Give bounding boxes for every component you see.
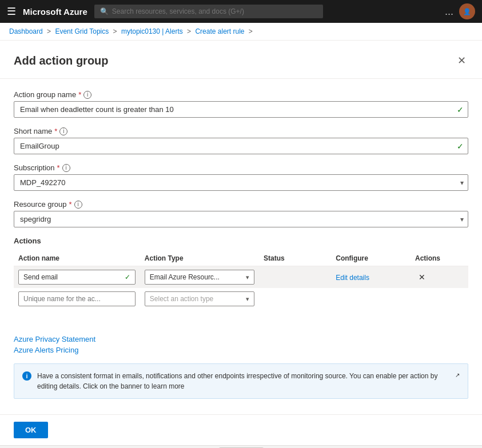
row1-action-name-dropdown[interactable]: Send email ✓ [18, 270, 136, 285]
breadcrumb-mytopic[interactable]: mytopic0130 | Alerts [121, 27, 183, 35]
resource-group-select[interactable]: spegridrg [14, 211, 468, 227]
short-name-required: * [54, 127, 57, 135]
subscription-info-icon[interactable]: i [62, 164, 70, 172]
search-icon: 🔍 [100, 7, 109, 15]
info-banner-icon: i [22, 371, 31, 381]
action-group-name-label: Action group name * i [14, 90, 468, 99]
col-header-action-name: Action name [14, 251, 140, 266]
app-logo: Microsoft Azure [23, 7, 87, 17]
new-action-type-arrow-icon: ▾ [246, 295, 249, 303]
breadcrumb: Dashboard > Event Grid Topics > mytopic0… [0, 23, 482, 41]
resource-group-group: Resource group * i spegridrg ▾ [14, 200, 468, 227]
resource-group-required: * [69, 200, 72, 209]
short-name-info-icon[interactable]: i [59, 127, 67, 135]
row1-configure-cell: Edit details [331, 266, 411, 289]
short-name-label: Short name * i [14, 127, 468, 135]
new-row-actions-cell [411, 288, 468, 310]
panel-footer: OK [0, 414, 482, 445]
new-action-name-input[interactable] [18, 291, 136, 306]
action-group-name-wrapper: ✓ [14, 101, 468, 118]
topbar-right: ... 👤 [445, 3, 475, 19]
table-row: Send email ✓ Email Azure Resourc... ▾ [14, 266, 468, 289]
alerts-pricing-link[interactable]: Azure Alerts Pricing [14, 346, 468, 354]
new-row-action-name-cell [14, 288, 140, 310]
action-group-name-input[interactable] [14, 101, 468, 118]
row1-action-type-cell: Email Azure Resourc... ▾ [140, 266, 259, 289]
action-group-name-group: Action group name * i ✓ [14, 90, 468, 118]
panel-header: Add action group ✕ [0, 41, 482, 79]
breadcrumb-sep-3: > [187, 27, 193, 35]
more-options-icon[interactable]: ... [445, 6, 453, 18]
actions-table-header-row: Action name Action Type Status Configure… [14, 251, 468, 266]
action-group-name-info-icon[interactable]: i [83, 91, 91, 99]
panel-title: Add action group [14, 54, 109, 67]
main-panel: Add action group ✕ Action group name * i… [0, 41, 482, 445]
new-action-type-dropdown[interactable]: Select an action type ▾ [145, 291, 254, 306]
col-header-status: Status [259, 251, 331, 266]
subscription-group: Subscription * i MDP_492270 ▾ [14, 163, 468, 191]
short-name-wrapper: ✓ [14, 138, 468, 154]
privacy-statement-link[interactable]: Azure Privacy Statement [14, 335, 468, 343]
avatar[interactable]: 👤 [459, 3, 475, 19]
subscription-label: Subscription * i [14, 163, 468, 172]
search-input[interactable] [112, 7, 317, 15]
ok-button[interactable]: OK [14, 422, 48, 438]
actions-table: Action name Action Type Status Configure… [14, 251, 468, 310]
form-body: Action group name * i ✓ Short name * i ✓ [0, 79, 482, 321]
external-link-icon: ↗ [455, 371, 460, 391]
row1-action-type-value: Email Azure Resourc... [150, 273, 220, 281]
topbar: ☰ Microsoft Azure 🔍 ... 👤 [0, 0, 482, 23]
subscription-select[interactable]: MDP_492270 [14, 174, 468, 191]
links-section: Azure Privacy Statement Azure Alerts Pri… [0, 335, 482, 354]
row1-action-name-check-icon: ✓ [125, 273, 130, 281]
action-group-name-check-icon: ✓ [457, 105, 464, 114]
search-bar[interactable]: 🔍 [94, 5, 323, 18]
new-action-type-placeholder: Select an action type [150, 295, 213, 303]
info-banner[interactable]: i Have a consistent format in emails, no… [14, 363, 468, 399]
hamburger-icon[interactable]: ☰ [7, 5, 16, 18]
row1-action-type-dropdown[interactable]: Email Azure Resourc... ▾ [145, 270, 254, 285]
close-button[interactable]: ✕ [455, 52, 468, 69]
actions-section-title: Actions [14, 237, 468, 245]
resource-group-label: Resource group * i [14, 200, 468, 209]
row1-edit-details-link[interactable]: Edit details [336, 274, 369, 282]
subscription-required: * [57, 163, 60, 172]
row1-actions-cell: ✕ [411, 266, 468, 289]
row1-action-name-cell: Send email ✓ [14, 266, 140, 289]
resource-group-dropdown-wrapper: spegridrg ▾ [14, 211, 468, 227]
short-name-input[interactable] [14, 138, 468, 154]
info-banner-text: Have a consistent format in emails, noti… [37, 371, 449, 391]
col-header-action-type: Action Type [140, 251, 259, 266]
col-header-actions: Actions [411, 251, 468, 266]
col-header-configure: Configure [331, 251, 411, 266]
new-action-row: Select an action type ▾ [14, 288, 468, 310]
short-name-check-icon: ✓ [457, 142, 464, 151]
bottom-scrollbar[interactable] [0, 445, 482, 448]
breadcrumb-event-grid[interactable]: Event Grid Topics [55, 27, 109, 35]
row1-delete-button[interactable]: ✕ [415, 271, 429, 283]
row1-action-type-arrow-icon: ▾ [246, 274, 249, 281]
breadcrumb-create-alert[interactable]: Create alert rule [195, 27, 244, 35]
row1-status-cell [259, 266, 331, 289]
resource-group-info-icon[interactable]: i [74, 201, 82, 209]
breadcrumb-sep-1: > [47, 27, 53, 35]
subscription-dropdown-wrapper: MDP_492270 ▾ [14, 174, 468, 191]
new-row-status-cell [259, 288, 331, 310]
required-marker: * [78, 90, 81, 99]
row1-action-name-value: Send email [23, 273, 58, 281]
actions-section: Actions Action name Action Type Status C… [14, 237, 468, 310]
new-row-action-type-cell: Select an action type ▾ [140, 288, 259, 310]
short-name-group: Short name * i ✓ [14, 127, 468, 154]
new-row-configure-cell [331, 288, 411, 310]
breadcrumb-sep-2: > [113, 27, 119, 35]
breadcrumb-sep-4: > [249, 27, 253, 35]
breadcrumb-dashboard[interactable]: Dashboard [9, 27, 43, 35]
